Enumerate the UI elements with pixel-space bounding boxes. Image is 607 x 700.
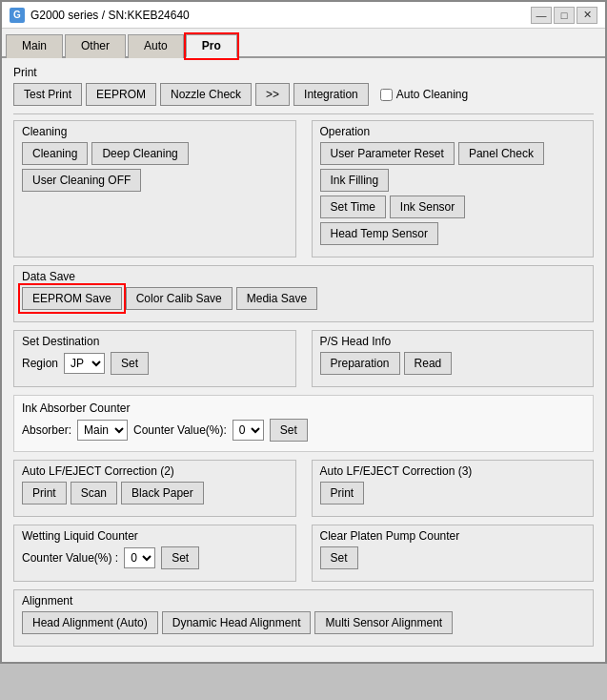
- data-save-label: Data Save: [22, 270, 585, 283]
- absorber-label: Absorber:: [22, 423, 71, 437]
- auto-lf-3-print-button[interactable]: Print: [320, 482, 365, 504]
- tab-pro[interactable]: Pro: [186, 34, 237, 58]
- restore-button[interactable]: □: [554, 7, 575, 24]
- preparation-button[interactable]: Preparation: [320, 352, 400, 375]
- operation-buttons-1: User Parameter Reset Panel Check Ink Fil…: [320, 142, 586, 192]
- user-param-reset-button[interactable]: User Parameter Reset: [320, 142, 455, 165]
- operation-section: Operation User Parameter Reset Panel Che…: [312, 120, 595, 257]
- arrow-button[interactable]: >>: [255, 83, 290, 106]
- window-title: G2000 series / SN:KKEB24640: [30, 9, 190, 22]
- auto-lf-3-label: Auto LF/EJECT Correction (3): [320, 464, 586, 478]
- wetting-liquid-section: Wetting Liquid Counter Counter Value(%) …: [13, 525, 296, 582]
- counter-value-select[interactable]: 0: [233, 420, 264, 441]
- cleaning-label: Cleaning: [22, 125, 288, 138]
- set-time-button[interactable]: Set Time: [320, 196, 386, 218]
- wetting-platen-row: Wetting Liquid Counter Counter Value(%) …: [13, 525, 594, 589]
- region-row: Region JP US EU Set: [22, 352, 288, 375]
- clear-platen-label: Clear Platen Pump Counter: [320, 529, 586, 543]
- alignment-buttons: Head Alignment (Auto) Dynamic Head Align…: [22, 611, 585, 634]
- region-set-button[interactable]: Set: [111, 352, 149, 375]
- multi-sensor-alignment-button[interactable]: Multi Sensor Alignment: [314, 611, 453, 634]
- cleaning-button[interactable]: Cleaning: [22, 142, 88, 165]
- integration-button[interactable]: Integration: [293, 83, 369, 106]
- dynamic-head-alignment-button[interactable]: Dynamic Head Alignment: [162, 611, 312, 634]
- auto-lf-2-print-button[interactable]: Print: [22, 482, 67, 504]
- wetting-set-button[interactable]: Set: [161, 546, 199, 569]
- ink-sensor-button[interactable]: Ink Sensor: [390, 196, 465, 218]
- title-controls: — □ ✕: [531, 7, 597, 24]
- destination-head-row: Set Destination Region JP US EU Set P/S …: [13, 330, 594, 395]
- auto-cleaning-row: Auto Cleaning: [380, 83, 468, 106]
- ink-absorber-section: Ink Absorber Counter Absorber: Main Sub …: [13, 395, 594, 452]
- print-label: Print: [13, 66, 594, 79]
- user-cleaning-off-button[interactable]: User Cleaning OFF: [22, 169, 141, 192]
- app-icon: G: [10, 8, 25, 23]
- cleaning-operation-row: Cleaning Cleaning Deep Cleaning User Cle…: [13, 120, 594, 265]
- wetting-counter-select[interactable]: 0: [124, 547, 155, 568]
- region-select[interactable]: JP US EU: [64, 353, 105, 374]
- absorber-row: Absorber: Main Sub Counter Value(%): 0 S…: [22, 419, 585, 442]
- operation-buttons-2: Set Time Ink Sensor Head Temp Sensor: [320, 196, 586, 245]
- content-area: Print Test Print EEPROM Nozzle Check >> …: [2, 58, 605, 662]
- black-paper-button[interactable]: Black Paper: [121, 482, 204, 504]
- auto-cleaning-label: Auto Cleaning: [396, 88, 468, 101]
- clear-platen-buttons: Set: [320, 546, 586, 569]
- auto-lf-2-label: Auto LF/EJECT Correction (2): [22, 464, 288, 478]
- eeprom-button[interactable]: EEPROM: [86, 83, 156, 106]
- title-bar-left: G G2000 series / SN:KKEB24640: [10, 8, 190, 23]
- nozzle-check-button[interactable]: Nozzle Check: [160, 83, 252, 106]
- main-window: G G2000 series / SN:KKEB24640 — □ ✕ Main…: [0, 0, 607, 664]
- alignment-label: Alignment: [22, 594, 585, 607]
- read-button[interactable]: Read: [404, 352, 453, 375]
- auto-cleaning-checkbox[interactable]: [380, 89, 393, 101]
- absorber-select[interactable]: Main Sub: [77, 420, 128, 441]
- print-section: Print Test Print EEPROM Nozzle Check >> …: [13, 66, 594, 106]
- ps-head-buttons: Preparation Read: [320, 352, 586, 375]
- auto-lf-2-scan-button[interactable]: Scan: [71, 482, 117, 504]
- set-destination-label: Set Destination: [22, 335, 288, 348]
- ink-filling-button[interactable]: Ink Filling: [320, 169, 390, 192]
- ink-absorber-label: Ink Absorber Counter: [22, 401, 585, 415]
- auto-lf-2-buttons: Print Scan Black Paper: [22, 482, 288, 504]
- wetting-counter-label: Counter Value(%) :: [22, 551, 118, 565]
- close-button[interactable]: ✕: [577, 7, 597, 24]
- media-save-button[interactable]: Media Save: [236, 287, 317, 310]
- set-destination-section: Set Destination Region JP US EU Set: [13, 330, 296, 387]
- print-buttons: Test Print EEPROM Nozzle Check >> Integr…: [13, 83, 594, 106]
- tab-other[interactable]: Other: [65, 34, 126, 58]
- user-cleaning-row: User Cleaning OFF: [22, 169, 288, 192]
- cleaning-section: Cleaning Cleaning Deep Cleaning User Cle…: [13, 120, 296, 257]
- eeprom-save-button[interactable]: EEPROM Save: [22, 287, 122, 310]
- minimize-button[interactable]: —: [531, 7, 552, 24]
- wetting-counter-row: Counter Value(%) : 0 Set: [22, 546, 288, 569]
- auto-lf-3-buttons: Print: [320, 482, 586, 504]
- tab-auto[interactable]: Auto: [128, 34, 184, 58]
- cleaning-buttons: Cleaning Deep Cleaning: [22, 142, 288, 165]
- deep-cleaning-button[interactable]: Deep Cleaning: [91, 142, 188, 165]
- auto-lf-row: Auto LF/EJECT Correction (2) Print Scan …: [13, 460, 594, 525]
- region-label: Region: [22, 357, 58, 370]
- title-bar: G G2000 series / SN:KKEB24640 — □ ✕: [2, 2, 605, 29]
- tab-bar: Main Other Auto Pro: [2, 29, 605, 58]
- tab-main[interactable]: Main: [6, 34, 63, 58]
- panel-check-button[interactable]: Panel Check: [458, 142, 544, 165]
- wetting-liquid-label: Wetting Liquid Counter: [22, 529, 288, 543]
- head-alignment-auto-button[interactable]: Head Alignment (Auto): [22, 611, 158, 634]
- data-save-section: Data Save EEPROM Save Color Calib Save M…: [13, 265, 594, 322]
- clear-platen-set-button[interactable]: Set: [320, 546, 358, 569]
- counter-value-label: Counter Value(%):: [133, 423, 227, 437]
- ps-head-info-section: P/S Head Info Preparation Read: [312, 330, 595, 387]
- alignment-section: Alignment Head Alignment (Auto) Dynamic …: [13, 589, 594, 647]
- operation-label: Operation: [320, 125, 586, 138]
- auto-lf-2-section: Auto LF/EJECT Correction (2) Print Scan …: [13, 460, 296, 517]
- test-print-button[interactable]: Test Print: [13, 83, 82, 106]
- ps-head-info-label: P/S Head Info: [320, 335, 586, 348]
- auto-lf-3-section: Auto LF/EJECT Correction (3) Print: [312, 460, 595, 517]
- color-calib-save-button[interactable]: Color Calib Save: [126, 287, 233, 310]
- head-temp-sensor-button[interactable]: Head Temp Sensor: [320, 222, 439, 245]
- clear-platen-section: Clear Platen Pump Counter Set: [312, 525, 595, 582]
- data-save-buttons: EEPROM Save Color Calib Save Media Save: [22, 287, 585, 310]
- absorber-set-button[interactable]: Set: [270, 419, 308, 442]
